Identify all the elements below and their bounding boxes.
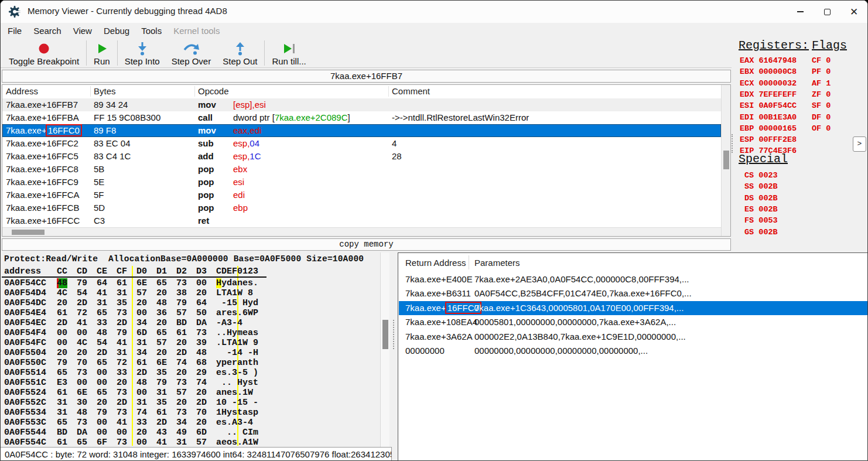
hex-byte[interactable]: 20: [136, 298, 147, 308]
hex-byte[interactable]: 79: [97, 408, 107, 418]
hex-byte[interactable]: 00: [97, 428, 107, 438]
hex-byte[interactable]: 57: [156, 338, 167, 348]
hex-byte[interactable]: 6E: [156, 358, 167, 368]
hex-byte[interactable]: 64: [97, 278, 107, 288]
selected-hex-byte[interactable]: 48: [57, 278, 67, 288]
flag-row[interactable]: ZF 0: [812, 90, 831, 99]
hex-byte[interactable]: 6E: [136, 278, 147, 288]
menu-item-tools[interactable]: Tools: [135, 23, 168, 38]
hex-row[interactable]: 0A0F553C65730041332D3420es.A3-4: [1, 418, 379, 428]
hex-byte[interactable]: 2D: [196, 398, 207, 408]
hex-byte[interactable]: 00: [136, 438, 147, 447]
flag-row[interactable]: OF 0: [812, 124, 831, 133]
expand-registers-button[interactable]: >: [853, 136, 866, 152]
hex-byte[interactable]: 6D: [136, 328, 147, 338]
hex-byte[interactable]: 48: [196, 348, 207, 358]
hex-byte[interactable]: 61: [117, 278, 127, 288]
hex-byte[interactable]: 34: [176, 418, 187, 428]
hex-byte[interactable]: 20: [77, 348, 87, 358]
hex-byte[interactable]: 31: [97, 298, 107, 308]
step-into-button[interactable]: Step Into: [119, 39, 166, 67]
disassembly-row[interactable]: 7kaa.exe+16FFCCC3ret: [2, 214, 721, 227]
hex-row[interactable]: 0A0F54DC202D313520487964 -15 Hyd: [1, 298, 379, 308]
hex-byte[interactable]: 00: [77, 328, 87, 338]
menu-item-file[interactable]: File: [2, 23, 28, 38]
stack-row[interactable]: 7kaa.exe+16FFC07kaa.exe+1C3643,00005801,…: [399, 301, 867, 315]
hex-byte[interactable]: 79: [57, 358, 67, 368]
hex-byte[interactable]: DA: [196, 318, 207, 328]
hex-byte[interactable]: 54: [77, 288, 87, 298]
hex-byte[interactable]: 34: [136, 318, 147, 328]
hex-row[interactable]: 0A0F54D44C54413157203820LTA1W 8: [1, 288, 379, 298]
hex-byte[interactable]: 20: [117, 378, 127, 388]
flag-row[interactable]: SF 0: [812, 101, 831, 110]
hex-byte[interactable]: 31: [57, 398, 67, 408]
hex-row[interactable]: 0A0F550420202D3134202D48 -14 -H: [1, 348, 379, 358]
disassembler-horizontal-scrollbar[interactable]: [2, 227, 721, 236]
run-till-button[interactable]: Run till...: [266, 39, 312, 67]
stack-row[interactable]: 7kaa.exe+E400E7kaa.exe+2AE3A0,0A0F54CC,0…: [399, 272, 867, 286]
hex-byte[interactable]: 34: [136, 348, 147, 358]
minimize-button[interactable]: [787, 1, 814, 23]
hex-byte[interactable]: 35: [156, 398, 167, 408]
hex-byte[interactable]: 61: [57, 388, 67, 398]
hex-row[interactable]: 0A0F54CC487964616E657300Hydanes.: [1, 278, 379, 288]
hex-vertical-scrollbar[interactable]: [380, 252, 389, 447]
hex-row[interactable]: 0A0F553431487973746173701Hystasp: [1, 408, 379, 418]
hex-byte[interactable]: 65: [97, 358, 107, 368]
flag-row[interactable]: PF 0: [812, 67, 831, 76]
hex-byte[interactable]: 39: [196, 338, 207, 348]
toggle-breakpoint-button[interactable]: Toggle Breakpoint: [3, 39, 85, 67]
hex-byte[interactable]: 4C: [57, 288, 67, 298]
hex-byte[interactable]: 74: [136, 408, 147, 418]
hex-byte[interactable]: 31: [156, 388, 167, 398]
hex-byte[interactable]: 31: [57, 408, 67, 418]
hex-row[interactable]: 0A0F551CE300002048797374 .. Hyst: [1, 378, 379, 388]
disassembly-row[interactable]: 7kaa.exe+16FFC089 F8moveax,edi: [2, 124, 721, 137]
hex-byte[interactable]: 4C: [77, 338, 87, 348]
hex-byte[interactable]: 20: [136, 428, 147, 438]
segment-register-row[interactable]: SS 002B: [744, 182, 778, 191]
hex-byte[interactable]: 73: [117, 438, 127, 447]
hex-byte[interactable]: 54: [97, 338, 107, 348]
step-out-button[interactable]: Step Out: [217, 39, 263, 67]
hex-byte[interactable]: 00: [117, 428, 127, 438]
hex-byte[interactable]: 73: [117, 408, 127, 418]
hex-byte[interactable]: 49: [176, 428, 187, 438]
segment-register-row[interactable]: CS 0023: [744, 171, 778, 180]
hex-byte[interactable]: 72: [77, 308, 87, 318]
register-row[interactable]: EAX 61647948: [740, 56, 797, 65]
hex-byte[interactable]: 20: [156, 318, 167, 328]
hex-byte[interactable]: 65: [97, 388, 107, 398]
hex-byte[interactable]: 00: [97, 418, 107, 428]
hex-byte[interactable]: 57: [196, 438, 207, 447]
hex-byte[interactable]: 20: [196, 418, 207, 428]
hex-row[interactable]: 0A0F550C79706572616E7468yperanth: [1, 358, 379, 368]
register-row[interactable]: ECX 00000032: [740, 79, 797, 88]
segment-register-row[interactable]: ES 002B: [744, 205, 778, 214]
hex-byte[interactable]: 00: [57, 328, 67, 338]
hex-byte[interactable]: 20: [176, 398, 187, 408]
disassembly-row[interactable]: 7kaa.exe+16FFCA5Fpopedi: [2, 189, 721, 202]
hex-byte[interactable]: 72: [117, 358, 127, 368]
hex-byte[interactable]: 79: [176, 298, 187, 308]
stack-row[interactable]: 0000000000000000,00000000,00000000,00000…: [399, 344, 867, 358]
hex-byte[interactable]: 30: [77, 398, 87, 408]
hex-byte[interactable]: 33: [117, 368, 127, 378]
hex-byte[interactable]: 2D: [136, 368, 147, 378]
register-row[interactable]: EBX 000000C8: [740, 67, 797, 76]
hex-byte[interactable]: 6F: [97, 438, 107, 447]
hex-byte[interactable]: 31: [117, 348, 127, 358]
hex-byte[interactable]: 73: [176, 378, 187, 388]
scrollbar-thumb[interactable]: [382, 320, 388, 349]
hex-byte[interactable]: 33: [97, 318, 107, 328]
hex-byte[interactable]: 65: [57, 418, 67, 428]
hex-byte[interactable]: 41: [156, 438, 167, 447]
hex-byte[interactable]: 74: [176, 358, 187, 368]
stack-row[interactable]: 7kaa.exe+108EA400005801,00000000,0000000…: [399, 315, 867, 329]
run-button[interactable]: Run: [88, 39, 116, 67]
hex-byte[interactable]: 20: [57, 298, 67, 308]
hex-row[interactable]: 0A0F5524616E657300315720anes.1W: [1, 388, 379, 398]
hex-byte[interactable]: 31: [176, 438, 187, 447]
hex-byte[interactable]: 74: [196, 378, 207, 388]
